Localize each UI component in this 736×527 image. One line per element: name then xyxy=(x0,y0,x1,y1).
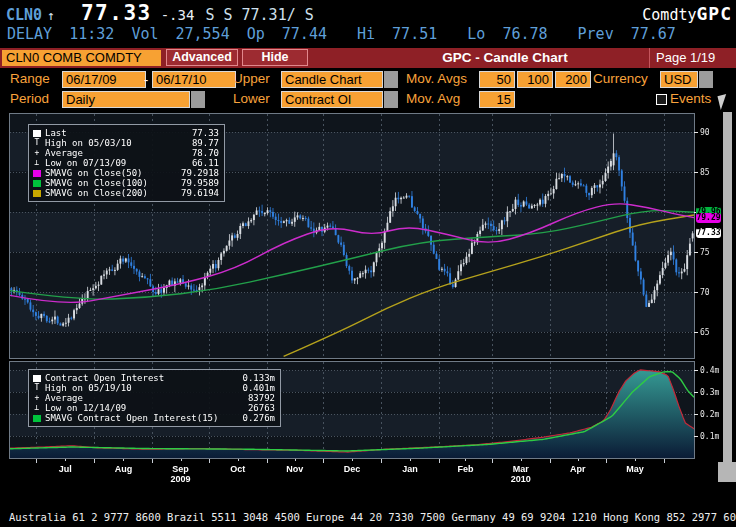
chart-area: Last77.33THigh on 05/03/1089.77+Average7… xyxy=(8,112,722,484)
bloomberg-terminal-screen: CLN0 ↑ 77.33 -.34 S S 77.31/ S Comdty GP… xyxy=(0,0,736,527)
legend-label: Low on 07/13/09 xyxy=(45,158,192,168)
legend-label: Contract Open Interest xyxy=(45,373,242,383)
legend-value: 77.33 xyxy=(192,128,219,138)
legend-value: 83792 xyxy=(248,393,275,403)
legend-square-icon xyxy=(33,375,41,382)
page-title: GPC - Candle Chart xyxy=(370,48,640,68)
lower-legend-row: THigh on 05/19/100.401m xyxy=(33,383,275,393)
upper-legend-row: ⊥Low on 07/13/0966.11 xyxy=(33,158,219,168)
quote-time: 11:32 xyxy=(69,25,114,43)
open-value: 77.44 xyxy=(282,25,327,43)
prev-label: Prev xyxy=(578,25,614,43)
currency-label: Currency xyxy=(593,71,648,86)
legend-value: 79.2918 xyxy=(181,168,219,178)
upper-legend-row: THigh on 05/03/1089.77 xyxy=(33,138,219,148)
upper-legend-row: SMAVG on Close(100)79.9589 xyxy=(33,178,219,188)
legend-value: 79.6194 xyxy=(181,188,219,198)
function-title-bar: CLN0 COMB COMDTY Advanced Hide GPC - Can… xyxy=(0,48,736,68)
range-separator: - xyxy=(144,72,148,87)
volume-label: Vol xyxy=(131,25,158,43)
function-code: GPC xyxy=(696,3,732,24)
lower-legend-row: ⊥Low on 12/14/0926763 xyxy=(33,403,275,413)
lower-legend-row: SMAVG Contract Open Interest(15)0.276m xyxy=(33,413,275,423)
dropdown-arrow-icon[interactable] xyxy=(191,91,205,108)
legend-label: SMAVG on Close(50) xyxy=(45,168,181,178)
price-change: -.34 xyxy=(161,7,195,23)
bid-ask-quote: S S 77.31/ S xyxy=(205,6,313,24)
scrollbar-corner[interactable] xyxy=(718,462,736,482)
upper-legend-row: Last77.33 xyxy=(33,128,219,138)
upper-chart-value: Candle Chart xyxy=(281,71,383,88)
legend-high-marker-icon: T xyxy=(33,384,41,392)
delay-label: DELAY xyxy=(7,25,52,43)
legend-value: 79.9589 xyxy=(181,178,219,188)
right-scrollbar[interactable] xyxy=(723,112,732,462)
dropdown-arrow-icon[interactable] xyxy=(384,91,398,108)
security-name-box[interactable]: CLN0 COMB COMDTY xyxy=(2,50,161,66)
mov-avg-100-input[interactable]: 100 xyxy=(517,71,553,88)
last-price: 77.33 xyxy=(81,1,152,25)
legend-value: 26763 xyxy=(248,403,275,413)
mov-avg-200-input[interactable]: 200 xyxy=(555,71,591,88)
lower-chart-legend: Contract Open Interest0.133mTHigh on 05/… xyxy=(28,369,281,427)
hide-button[interactable]: Hide xyxy=(242,49,308,66)
high-label: Hi xyxy=(357,25,375,43)
legend-square-icon xyxy=(33,130,41,137)
lower-chart-select[interactable]: Contract OI xyxy=(281,91,398,108)
volume-value: 27,554 xyxy=(176,25,230,43)
legend-avg-marker-icon: + xyxy=(33,394,41,402)
legend-value: 0.133m xyxy=(242,373,275,383)
lower-legend-row: Contract Open Interest0.133m xyxy=(33,373,275,383)
period-select[interactable]: Daily xyxy=(62,91,205,108)
mov-avg-label: Mov. Avg xyxy=(406,91,460,106)
currency-select[interactable]: USD xyxy=(660,71,713,88)
legend-label: Low on 12/14/09 xyxy=(45,403,248,413)
legend-label: SMAVG on Close(200) xyxy=(45,188,181,198)
range-end-input[interactable]: 06/17/10 xyxy=(152,71,236,88)
legend-label: High on 05/19/10 xyxy=(45,383,242,393)
open-label: Op xyxy=(247,25,265,43)
price-axis-tag: 77.33 xyxy=(696,228,721,238)
legend-value: 78.70 xyxy=(192,148,219,158)
low-label: Lo xyxy=(467,25,485,43)
high-value: 77.51 xyxy=(392,25,437,43)
mov-avg-lower-input[interactable]: 15 xyxy=(479,91,515,108)
legend-label: High on 05/03/10 xyxy=(45,138,192,148)
quote-header: CLN0 ↑ 77.33 -.34 S S 77.31/ S Comdty GP… xyxy=(6,1,732,24)
events-checkbox[interactable] xyxy=(656,94,667,105)
legend-label: Last xyxy=(45,128,192,138)
page-indicator[interactable]: Page 1/19 xyxy=(649,48,736,68)
legend-low-marker-icon: ⊥ xyxy=(33,159,41,167)
lower-legend-row: +Average83792 xyxy=(33,393,275,403)
period-value: Daily xyxy=(62,91,190,108)
legend-value: 66.11 xyxy=(192,158,219,168)
lower-chart-value: Contract OI xyxy=(281,91,383,108)
upper-legend-row: SMAVG on Close(50)79.2918 xyxy=(33,168,219,178)
legend-value: 0.401m xyxy=(242,383,275,393)
period-label: Period xyxy=(10,91,49,106)
upper-chart-select[interactable]: Candle Chart xyxy=(281,71,398,88)
legend-label: SMAVG Contract Open Interest(15) xyxy=(45,413,242,423)
mov-avgs-label: Mov. Avgs xyxy=(406,71,467,86)
legend-value: 0.276m xyxy=(242,413,275,423)
legend-high-marker-icon: T xyxy=(33,139,41,147)
upper-legend-row: SMAVG on Close(200)79.6194 xyxy=(33,188,219,198)
range-start-input[interactable]: 06/17/09 xyxy=(62,71,146,88)
dropdown-arrow-icon[interactable] xyxy=(384,71,398,88)
upper-chart-legend: Last77.33THigh on 05/03/1089.77+Average7… xyxy=(28,124,225,202)
legend-low-marker-icon: ⊥ xyxy=(33,404,41,412)
dropdown-arrow-icon[interactable] xyxy=(699,71,713,88)
range-label: Range xyxy=(10,71,50,86)
bloomberg-footer: Australia 61 2 9777 8600 Brazil 5511 304… xyxy=(9,487,736,527)
controls-row-2: Period Daily Lower Contract OI Mov. Avg … xyxy=(0,90,736,110)
legend-value: 89.77 xyxy=(192,138,219,148)
events-label: Events xyxy=(670,91,711,106)
comdty-label: Comdty xyxy=(642,6,696,24)
legend-label: Average xyxy=(45,393,248,403)
advanced-button[interactable]: Advanced xyxy=(166,49,238,66)
legend-square-icon xyxy=(33,190,41,197)
footer-contact-line: Australia 61 2 9777 8600 Brazil 5511 304… xyxy=(9,511,736,523)
controls-row-1: Range 06/17/09 - 06/17/10 Upper Candle C… xyxy=(0,70,736,90)
ticker-symbol: CLN0 xyxy=(6,6,42,24)
mov-avg-50-input[interactable]: 50 xyxy=(479,71,515,88)
